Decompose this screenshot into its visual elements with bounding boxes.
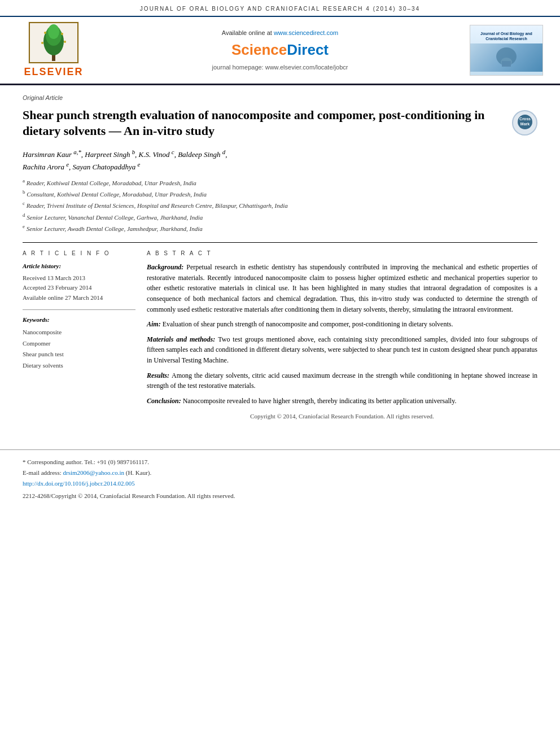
two-column-section: A R T I C L E I N F O Article history: R… [23,242,537,421]
results-label: Results: [147,372,172,379]
article-title: Shear punch strength evaluation of nanoc… [23,107,504,139]
svg-point-7 [61,33,63,35]
history-label: Article history: [23,262,135,270]
sciencedirect-url[interactable]: www.sciencedirect.com [274,29,338,36]
keyword-compomer: Compomer [23,338,135,350]
materials-label: Materials and methods: [147,335,218,343]
cover-image-box: Journal of Oral Biology andCraniofacial … [470,25,543,76]
affiliation-a: a Reader, Kothiwal Dental College, Morad… [23,177,537,188]
affiliations: a Reader, Kothiwal Dental College, Morad… [23,177,537,234]
logos-row: ELSEVIER Available online at www.science… [0,17,560,85]
article-title-row: Shear punch strength evaluation of nanoc… [23,107,537,139]
journal-header: Journal of Oral Biology and Craniofacial… [0,0,560,17]
available-date: Available online 27 March 2014 [23,293,135,303]
elsevier-brand-text: ELSEVIER [24,65,83,79]
page-footer: * Corresponding author. Tel.: +91 (0) 98… [0,449,560,506]
cover-image-area [470,43,542,72]
svg-text:Cross: Cross [519,117,531,121]
email-label: E-mail address: [23,469,62,476]
cover-skull-icon [489,46,523,69]
svg-point-9 [64,41,66,43]
received-date: Received 13 March 2013 [23,273,135,283]
crossmark-badge[interactable]: Cross Mark [512,110,537,136]
svg-point-5 [48,24,59,39]
doi-link[interactable]: http://dx.doi.org/10.1016/j.jobcr.2014.0… [23,480,135,487]
background-text: Perpetual research in esthetic dentistry… [147,263,537,313]
center-info: Available online at www.sciencedirect.co… [102,29,458,72]
info-divider [23,309,135,310]
keyword-nanocomposite: Nanocomposite [23,327,135,338]
journal-cover: Journal of Oral Biology andCraniofacial … [464,25,549,76]
background-label: Background: [147,263,186,271]
keyword-shear-punch-test: Shear punch test [23,349,135,360]
article-info-header: A R T I C L E I N F O [23,250,135,257]
abstract-column: A B S T R A C T Background: Perpetual re… [147,250,537,421]
article-history: Article history: Received 13 March 2013 … [23,262,135,303]
abstract-results: Results: Among the dietary solvents, cit… [147,370,537,391]
svg-text:Mark: Mark [520,122,529,126]
corresponding-note: * Corresponding author. Tel.: +91 (0) 98… [23,458,149,465]
author-email[interactable]: drsim2006@yahoo.co.in [63,469,124,476]
footer-issn: 2212-4268/Copyright © 2014, Craniofacial… [23,492,537,500]
keyword-dietary-solvents: Dietary solvents [23,360,135,372]
affiliation-d: d Senior Lecturer, Vananchal Dental Coll… [23,211,537,222]
affiliation-e: e Senior Lecturer, Awadh Dental College,… [23,222,537,234]
results-text: Among the dietary solvents, citric acid … [147,372,537,390]
cover-title-text: Journal of Oral Biology andCraniofacial … [478,29,535,43]
accepted-date: Accepted 23 February 2014 [23,283,135,293]
svg-point-8 [41,42,43,44]
elsevier-logo: ELSEVIER [11,21,96,79]
affiliation-b: b Consultant, Kothiwal Dental College, M… [23,188,537,199]
conclusion-text: Nanocomposite revealed to have higher st… [183,397,457,405]
aim-label: Aim: [147,320,163,328]
crossmark-icon: Cross Mark [517,114,533,130]
email-after: (H. Kaur). [126,469,152,476]
authors-line: Harsimran Kaur a,*, Harpreet Singh b, K.… [23,148,537,172]
keywords-label: Keywords: [23,316,135,324]
article-info-column: A R T I C L E I N F O Article history: R… [23,250,135,421]
svg-rect-12 [502,61,511,67]
authors-text: Harsimran Kaur a,*, Harpreet Singh b, K.… [23,150,228,171]
crossmark-label: Cross Mark [517,114,533,132]
keywords-section: Keywords: Nanocomposite Compomer Shear p… [23,316,135,372]
aim-text: Evaluation of shear punch strength of na… [163,320,453,328]
sciencedirect-logo: ScienceDirect [113,40,447,60]
footer-doi: http://dx.doi.org/10.1016/j.jobcr.2014.0… [23,478,537,489]
abstract-materials: Materials and methods: Two test groups m… [147,334,537,366]
journal-header-text: Journal of Oral Biology and Craniofacial… [140,6,420,12]
elsevier-tree-icon [28,21,79,64]
abstract-aim: Aim: Evaluation of shear punch strength … [147,319,537,330]
journal-homepage-text: journal homepage: www.elsevier.com/locat… [113,63,447,72]
abstract-header: A B S T R A C T [147,250,537,257]
abstract-copyright: Copyright © 2014, Craniofacial Research … [147,412,537,421]
svg-point-6 [44,32,46,34]
available-online-text: Available online at www.sciencedirect.co… [113,29,447,37]
conclusion-label: Conclusion: [147,397,183,405]
abstract-text: Background: Perpetual research in esthet… [147,262,537,421]
main-content: Original Article Shear punch strength ev… [0,85,560,433]
abstract-background: Background: Perpetual research in esthet… [147,262,537,314]
abstract-conclusion: Conclusion: Nanocomposite revealed to ha… [147,396,537,407]
footer-corresponding: * Corresponding author. Tel.: +91 (0) 98… [23,457,537,478]
affiliation-c: c Reader, Triveni Institute of Dental Sc… [23,199,537,211]
article-type-label: Original Article [23,94,537,102]
